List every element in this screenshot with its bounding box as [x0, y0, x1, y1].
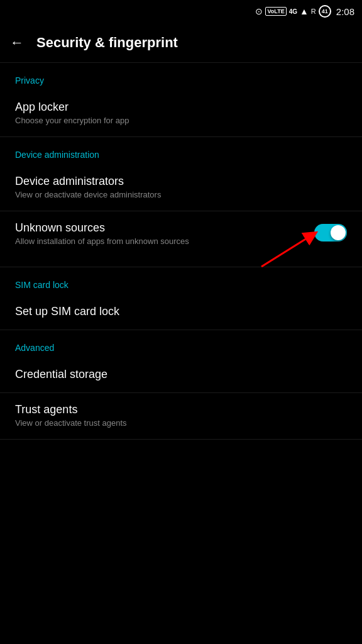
privacy-section: Privacy App locker Choose your encryptio… [0, 63, 362, 137]
status-bar: ⊙ VoLTE 4G ▲ R 41 2:08 [0, 0, 362, 23]
device-administration-section: Device administration Device administrat… [0, 137, 362, 267]
credential-storage-item[interactable]: Credential storage [0, 358, 362, 392]
battery-icon: 41 [319, 5, 331, 18]
status-icons: ⊙ VoLTE 4G ▲ R 41 2:08 [255, 5, 354, 18]
unknown-sources-toggle[interactable] [314, 224, 347, 242]
device-administrators-subtitle: View or deactivate device administrators [15, 189, 347, 201]
unknown-sources-item[interactable]: Unknown sources Allow installation of ap… [0, 211, 362, 266]
targeting-icon: ⊙ [255, 6, 263, 16]
app-locker-title: App locker [15, 101, 347, 114]
app-locker-item[interactable]: App locker Choose your encryption for ap… [0, 91, 362, 136]
back-button[interactable]: ← [10, 35, 24, 51]
network-4g-icon: 4G [289, 8, 297, 15]
page-title: Security & fingerprint [36, 35, 178, 51]
device-administrators-title: Device administrators [15, 175, 347, 188]
credential-storage-title: Credential storage [15, 368, 347, 381]
app-locker-subtitle: Choose your encryption for app [15, 115, 347, 126]
trust-agents-item[interactable]: Trust agents View or deactivate trust ag… [0, 393, 362, 439]
signal-icon: ▲ [300, 6, 309, 16]
device-admin-section-header: Device administration [0, 137, 362, 165]
unknown-sources-subtitle: Allow installation of apps from unknown … [15, 236, 304, 247]
sim-card-lock-section: SIM card lock Set up SIM card lock [0, 267, 362, 330]
trust-agents-title: Trust agents [15, 403, 347, 416]
privacy-section-header: Privacy [0, 63, 362, 91]
roaming-icon: R [311, 8, 316, 15]
set-up-sim-card-lock-title: Set up SIM card lock [15, 305, 347, 318]
trust-agents-subtitle: View or deactivate trust agents [15, 418, 347, 429]
volte-icon: VoLTE [265, 7, 286, 16]
advanced-section-header: Advanced [0, 330, 362, 358]
toolbar: ← Security & fingerprint [0, 23, 362, 63]
set-up-sim-card-lock-item[interactable]: Set up SIM card lock [0, 295, 362, 330]
sim-card-lock-section-header: SIM card lock [0, 267, 362, 295]
divider-6 [0, 439, 362, 440]
unknown-sources-title: Unknown sources [15, 221, 304, 235]
advanced-section: Advanced Credential storage Trust agents… [0, 330, 362, 440]
status-time: 2:08 [336, 6, 354, 17]
device-administrators-item[interactable]: Device administrators View or deactivate… [0, 165, 362, 211]
toggle-knob [331, 225, 346, 240]
